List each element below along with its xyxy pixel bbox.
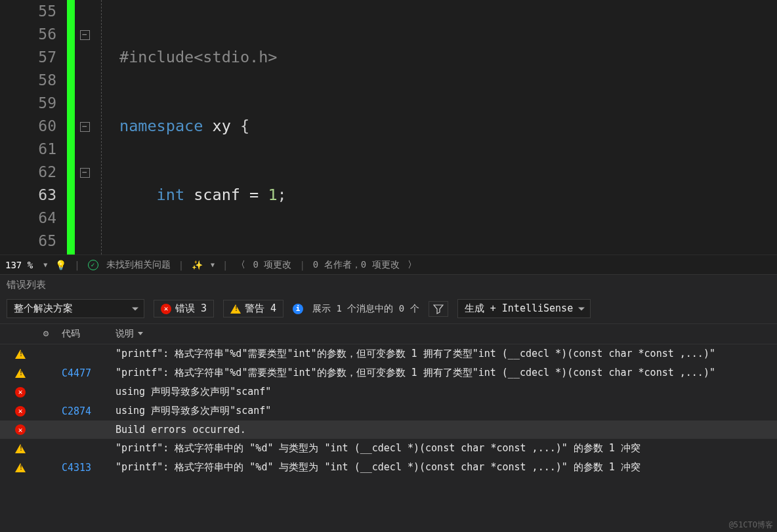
warning-icon <box>15 444 26 453</box>
watermark: @51CTO博客 <box>729 520 773 531</box>
error-description: using 声明导致多次声明"scanf" <box>113 405 777 417</box>
error-row[interactable]: ✕Build errors occurred. <box>0 420 777 439</box>
fold-toggle[interactable]: − <box>80 30 90 40</box>
warning-icon <box>15 369 26 378</box>
change-margin <box>67 0 75 255</box>
nav-right-icon[interactable]: 〈 <box>408 259 417 271</box>
error-icon: ✕ <box>15 406 26 417</box>
col-desc[interactable]: 说明 <box>113 324 777 344</box>
error-description: Build errors occurred. <box>113 424 777 436</box>
error-description: "printf": 格式字符串"%d"需要类型"int"的参数，但可变参数 1 … <box>113 348 777 360</box>
warning-icon <box>230 304 241 314</box>
source-dropdown[interactable]: 生成 + IntelliSense <box>457 299 591 318</box>
error-code[interactable]: C4313 <box>59 462 113 474</box>
editor-status-bar: 137 % ▼ 💡 | ✓ 未找到相关问题 | ✨ ▼ | 〈 0 项更改 | … <box>0 255 777 274</box>
zoom-dropdown-icon[interactable]: ▼ <box>43 261 47 268</box>
error-description: using 声明导致多次声明"scanf" <box>113 386 777 398</box>
status-problems: 未找到相关问题 <box>106 259 171 271</box>
errors-filter[interactable]: ✕ 错误 3 <box>154 300 214 317</box>
error-rows: "printf": 格式字符串"%d"需要类型"int"的参数，但可变参数 1 … <box>0 344 777 477</box>
error-icon: ✕ <box>15 424 26 435</box>
nav-left-icon[interactable]: 〈 <box>236 259 245 271</box>
error-row[interactable]: "printf": 格式字符串中的 "%d" 与类型为 "int (__cdec… <box>0 439 777 458</box>
error-row[interactable]: C4313"printf": 格式字符串中的 "%d" 与类型为 "int (_… <box>0 458 777 477</box>
error-row[interactable]: ✕C2874using 声明导致多次声明"scanf" <box>0 401 777 420</box>
code-editor[interactable]: 55 56 57 58 59 60 61 62 63 64 65 − − − #… <box>0 0 777 255</box>
code-content[interactable]: #include<stdio.h> namespace xy { int sca… <box>119 0 777 255</box>
error-icon: ✕ <box>15 387 26 398</box>
fold-column[interactable]: − − − <box>75 0 94 255</box>
error-row[interactable]: ✕using 声明导致多次声明"scanf" <box>0 382 777 401</box>
gear-icon[interactable]: ⚙ <box>33 324 59 344</box>
warning-icon <box>15 463 26 472</box>
error-toolbar: 整个解决方案 ✕ 错误 3 警告 4 i 展示 1 个消息中的 0 个 生成 +… <box>0 295 777 324</box>
info-filter-label[interactable]: 展示 1 个消息中的 0 个 <box>312 303 419 315</box>
error-row[interactable]: C4477"printf": 格式字符串"%d"需要类型"int"的参数，但可变… <box>0 363 777 382</box>
status-authors: 0 名作者，0 项更改 <box>313 259 400 271</box>
error-description: "printf": 格式字符串中的 "%d" 与类型为 "int (__cdec… <box>113 442 777 455</box>
fold-toggle[interactable]: − <box>80 122 90 132</box>
scope-dropdown[interactable]: 整个解决方案 <box>7 299 144 318</box>
fold-toggle[interactable]: − <box>80 168 90 178</box>
error-code[interactable]: C4477 <box>59 367 113 379</box>
warnings-filter[interactable]: 警告 4 <box>223 300 284 317</box>
line-number-gutter: 55 56 57 58 59 60 61 62 63 64 65 <box>0 0 67 255</box>
status-changes: 0 项更改 <box>253 259 292 271</box>
error-description: "printf": 格式字符串中的 "%d" 与类型为 "int (__cdec… <box>113 461 777 474</box>
error-row[interactable]: "printf": 格式字符串"%d"需要类型"int"的参数，但可变参数 1 … <box>0 344 777 363</box>
error-list-panel: 错误列表 整个解决方案 ✕ 错误 3 警告 4 i 展示 1 个消息中的 0 个… <box>0 274 777 532</box>
info-icon: i <box>293 304 303 314</box>
col-code[interactable]: 代码 <box>59 324 113 344</box>
check-icon: ✓ <box>88 260 98 270</box>
zoom-level[interactable]: 137 % <box>5 260 35 270</box>
indent-guides <box>94 0 119 255</box>
error-code[interactable]: C2874 <box>59 405 113 417</box>
panel-title: 错误列表 <box>0 275 777 295</box>
error-icon: ✕ <box>161 304 171 314</box>
wand-icon[interactable]: ✨ <box>192 260 203 270</box>
wand-dropdown-icon[interactable]: ▼ <box>211 261 215 268</box>
lightbulb-icon[interactable]: 💡 <box>55 260 66 270</box>
warning-icon <box>15 350 26 359</box>
filter-button[interactable] <box>429 301 448 317</box>
column-headers: ⚙ 代码 说明 <box>0 324 777 344</box>
error-description: "printf": 格式字符串"%d"需要类型"int"的参数，但可变参数 1 … <box>113 367 777 379</box>
